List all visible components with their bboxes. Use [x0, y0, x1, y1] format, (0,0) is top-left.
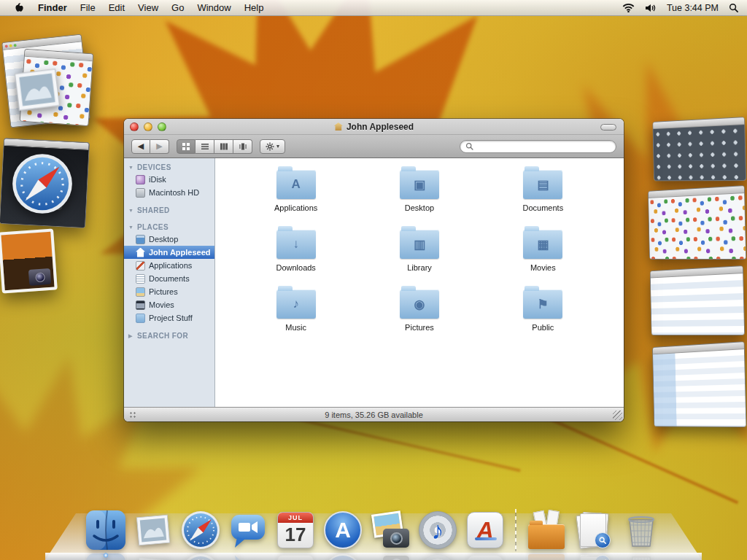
stacked-window-thumbnail[interactable]: [652, 341, 746, 427]
action-menu-button[interactable]: ▾: [260, 139, 285, 154]
dock-safari[interactable]: [179, 509, 222, 551]
coverflow-view-button[interactable]: [233, 139, 252, 154]
folder-glyph: A: [276, 170, 316, 199]
wifi-menu-extra[interactable]: [622, 3, 635, 13]
safari-window-thumbnail[interactable]: [10, 152, 74, 216]
disclosure-triangle-icon[interactable]: ▶: [128, 333, 134, 339]
folder-library[interactable]: ▥ Library: [357, 230, 481, 272]
column-view-button[interactable]: [214, 139, 233, 154]
sidebar-item-label: Movies: [149, 300, 174, 309]
folder-desktop[interactable]: ▣ Desktop: [357, 170, 481, 212]
disclosure-triangle-icon[interactable]: ▼: [128, 208, 134, 213]
disclosure-triangle-icon[interactable]: ▼: [128, 165, 134, 170]
folder-public[interactable]: ⚑ Public: [481, 289, 605, 332]
app-store-letter: A: [335, 518, 351, 542]
desktop: Finder File Edit View Go Window Help: [0, 0, 747, 560]
finder-icon: [85, 510, 126, 551]
sidebar-item-project-stuff[interactable]: Project Stuff: [124, 311, 214, 324]
dock-iphoto[interactable]: [369, 509, 411, 551]
sidebar-section-shared[interactable]: ▼ SHARED: [124, 205, 214, 216]
sidebar-section-search-for[interactable]: ▶ SEARCH FOR: [124, 330, 214, 341]
dock-downloads-stack[interactable]: [525, 509, 568, 551]
close-button[interactable]: [130, 122, 139, 131]
sidebar-section-places[interactable]: ▼ PLACES: [124, 222, 214, 233]
folder-glyph: ⚑: [523, 289, 562, 319]
folder-label: Library: [407, 263, 432, 272]
sidebar-item-macintosh-hd[interactable]: Macintosh HD: [124, 186, 214, 199]
chevron-down-icon: ▾: [276, 143, 279, 149]
search-input[interactable]: [476, 142, 611, 151]
sidebar-section-devices[interactable]: ▼ DEVICES: [124, 162, 214, 173]
sidebar-resize-grip[interactable]: [129, 411, 137, 419]
list-view-button[interactable]: [196, 139, 214, 154]
folder-label: Pictures: [405, 323, 434, 332]
folder-downloads[interactable]: ↓ Downloads: [234, 230, 357, 272]
menu-window[interactable]: Window: [190, 0, 237, 16]
menu-go[interactable]: Go: [165, 0, 190, 16]
calendar-month: JUL: [278, 513, 313, 523]
sidebar-item-label: Desktop: [149, 235, 178, 244]
folder-pictures[interactable]: ◉ Pictures: [357, 289, 481, 332]
menu-finder[interactable]: Finder: [31, 0, 74, 16]
sidebar-item-applications[interactable]: Applications: [124, 259, 214, 272]
back-button[interactable]: ◀: [131, 139, 150, 154]
dock-itunes[interactable]: ♪: [417, 509, 459, 551]
section-label: SHARED: [137, 206, 170, 214]
dock-front-edge: [45, 553, 702, 560]
dock-mail[interactable]: [132, 509, 174, 551]
folder-label: Desktop: [405, 203, 434, 212]
camera-lens: [390, 532, 403, 545]
search-icon: [465, 142, 473, 150]
camera-icon: [28, 268, 51, 286]
zoom-button[interactable]: [158, 122, 166, 131]
icon-view-button[interactable]: [177, 139, 196, 154]
apple-menu[interactable]: [7, 0, 31, 16]
folder-applications[interactable]: A Applications: [234, 170, 357, 212]
folder-movies[interactable]: ▦ Movies: [481, 230, 605, 272]
desktop-icon: [136, 235, 145, 244]
menu-help[interactable]: Help: [238, 0, 271, 16]
search-field[interactable]: [460, 140, 616, 153]
stacked-window-thumbnail[interactable]: [650, 265, 745, 335]
sidebar-item-label: John Appleseed: [149, 248, 211, 257]
movies-icon: [136, 300, 145, 310]
folder-icon: ▦: [523, 230, 562, 259]
sidebar-item-pictures[interactable]: Pictures: [124, 285, 214, 298]
menu-view[interactable]: View: [131, 0, 165, 16]
sidebar-item-movies[interactable]: Movies: [124, 298, 214, 311]
menu-bar-clock[interactable]: Tue 3:44 PM: [667, 3, 719, 13]
photo-thumbnail[interactable]: [0, 228, 58, 293]
stacked-window-thumbnail[interactable]: [652, 117, 746, 181]
dock-trash[interactable]: [620, 509, 662, 551]
window-resize-grip[interactable]: [613, 411, 622, 420]
disclosure-triangle-icon[interactable]: ▼: [128, 225, 134, 230]
spotlight-menu-extra[interactable]: [729, 3, 738, 12]
dock-ichat[interactable]: [227, 509, 269, 551]
sidebar-item-documents[interactable]: Documents: [124, 272, 214, 285]
apple-icon: [14, 2, 25, 13]
sidebar-item-idisk[interactable]: iDisk: [124, 173, 214, 186]
window-titlebar[interactable]: John Appleseed: [124, 119, 624, 135]
dock-documents-stack[interactable]: [573, 509, 615, 551]
toolbar-toggle-button[interactable]: [600, 124, 616, 131]
dock-ical[interactable]: JUL 17: [274, 509, 317, 551]
sidebar-item-home-selected[interactable]: John Appleseed: [124, 246, 214, 259]
section-label: PLACES: [137, 223, 169, 231]
minimize-button[interactable]: [144, 122, 152, 131]
volume-menu-extra[interactable]: [645, 4, 657, 12]
folder-music[interactable]: ♪ Music: [234, 289, 357, 332]
forward-button[interactable]: ▶: [150, 139, 169, 154]
dock-applications[interactable]: A: [464, 509, 506, 551]
app-store-icon: A: [324, 511, 362, 549]
mail-stamp-thumbnail[interactable]: [7, 60, 67, 120]
folder-documents[interactable]: ▤ Documents: [481, 170, 605, 212]
sidebar-item-desktop[interactable]: Desktop: [124, 233, 214, 246]
section-label: SEARCH FOR: [137, 332, 188, 340]
dock-app-store[interactable]: A: [322, 509, 364, 551]
menu-edit[interactable]: Edit: [102, 0, 131, 16]
stacked-window-thumbnail[interactable]: [648, 185, 746, 260]
spotlight-search-icon: [729, 3, 738, 12]
dock-finder[interactable]: [85, 509, 127, 551]
idisk-icon: [136, 175, 145, 184]
menu-file[interactable]: File: [74, 0, 102, 16]
